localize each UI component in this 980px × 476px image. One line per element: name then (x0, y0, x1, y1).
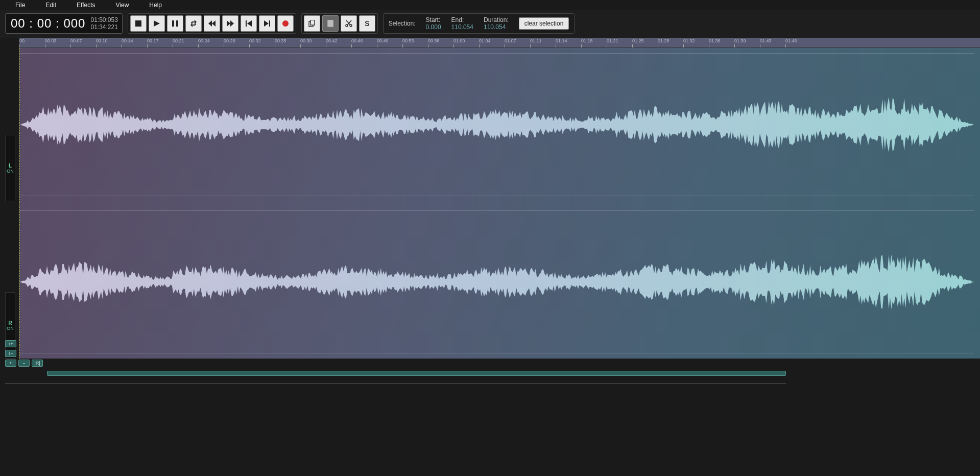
menu-view[interactable]: View (116, 2, 129, 9)
svg-rect-13 (310, 20, 315, 25)
total-time: 01:50:053 (90, 16, 117, 23)
cut-button[interactable] (341, 15, 357, 32)
svg-rect-15 (329, 20, 331, 21)
ruler-tick: 00:35 (275, 38, 286, 47)
waveform-track-right[interactable] (20, 210, 974, 353)
waveform-area[interactable] (19, 48, 980, 359)
channel-r: R (8, 320, 12, 326)
selection-group: Selection: Start: 0.000 End: 110.054 Dur… (383, 13, 575, 34)
time-display: 00 : 00 : 000 01:50:053 01:34:221 (5, 13, 123, 34)
ruler-tick: 01:07 (505, 38, 516, 47)
ruler-tick: 00:10 (96, 38, 108, 47)
ruler-tick: 01:14 (556, 38, 567, 47)
selection-duration-value: 110.054 (484, 23, 509, 31)
selection-end-value: 110.054 (451, 23, 473, 31)
svg-rect-2 (172, 20, 174, 27)
edit-group: S (301, 13, 378, 34)
ruler-tick: 01:04 (479, 38, 491, 47)
ruler-tick: 00:42 (326, 38, 338, 47)
svg-marker-1 (154, 20, 160, 27)
pause-button[interactable] (167, 15, 183, 32)
zoom-out[interactable]: − (18, 360, 30, 367)
loop-button[interactable] (185, 15, 202, 32)
ruler-tick: 01:36 (709, 38, 721, 47)
toolbar: 00 : 00 : 000 01:50:053 01:34:221 S Sele… (0, 10, 980, 38)
svg-rect-11 (269, 20, 270, 27)
transport-group (128, 13, 296, 34)
forward-button[interactable] (222, 15, 238, 32)
stop-button[interactable] (130, 15, 147, 32)
ruler-tick: 00:53 (402, 38, 414, 47)
ruler-tick: 01:11 (530, 38, 542, 47)
menu-file[interactable]: File (15, 2, 25, 9)
ruler-tick: 00: (19, 38, 26, 47)
ruler-tick: 01:28 (658, 38, 670, 47)
skip-start-button[interactable] (241, 15, 257, 32)
divider (5, 383, 786, 384)
ruler-tick: 00:17 (147, 38, 159, 47)
svg-marker-5 (212, 20, 216, 27)
ruler-tick: 00:07 (70, 38, 82, 47)
selection-duration-label: Duration: (484, 16, 509, 23)
snap-button[interactable]: S (359, 15, 375, 32)
ruler-tick: 01:00 (453, 38, 465, 47)
selection-start-value: 0.000 (426, 23, 441, 31)
zoom-vertical-in[interactable]: ↕+ (5, 340, 16, 347)
channel-r-on: ON (7, 326, 14, 331)
playhead-time: 00 : 00 : 000 (11, 16, 85, 31)
menu-edit[interactable]: Edit (45, 2, 56, 9)
clear-selection-button[interactable]: clear selection (519, 17, 569, 30)
svg-rect-3 (176, 20, 178, 27)
ruler-tick: 00:21 (173, 38, 184, 47)
zoom-controls: ↕+ ↕− + − |R| (5, 340, 43, 367)
selection-end-label: End: (451, 16, 473, 23)
svg-marker-7 (230, 20, 234, 27)
selection-label: Selection: (389, 20, 416, 27)
horizontal-scrollbar[interactable] (47, 371, 786, 376)
record-button[interactable] (277, 15, 294, 32)
channel-l-on: ON (7, 169, 14, 174)
ruler-tick: 01:39 (734, 38, 746, 47)
svg-marker-9 (247, 20, 252, 27)
record-icon (282, 20, 289, 27)
timeline-ruler[interactable]: 00:00:0300:0700:1000:1400:1700:2100:2400… (19, 38, 980, 48)
selection-start-label: Start: (426, 16, 441, 23)
ruler-tick: 01:43 (760, 38, 772, 47)
rewind-button[interactable] (204, 15, 220, 32)
menu-effects[interactable]: Effects (77, 2, 95, 9)
zoom-fit[interactable]: |R| (32, 360, 43, 367)
ruler-tick: 00:39 (300, 38, 312, 47)
ruler-tick: 00:28 (224, 38, 235, 47)
waveform-left (20, 54, 974, 196)
menubar: File Edit Effects View Help (0, 0, 980, 10)
svg-rect-0 (135, 20, 141, 27)
ruler-tick: 00:46 (351, 38, 363, 47)
skip-end-button[interactable] (259, 15, 275, 32)
channel-l: L (9, 163, 12, 169)
ruler-tick: 01:32 (683, 38, 695, 47)
ruler-tick: 00:32 (249, 38, 261, 47)
waveform-track-left[interactable] (20, 53, 974, 196)
ruler-tick: 01:18 (581, 38, 593, 47)
ruler-tick: 00:49 (377, 38, 389, 47)
zoom-vertical-out[interactable]: ↕− (5, 350, 16, 357)
remaining-time: 01:34:221 (90, 23, 117, 31)
ruler-tick: 01:25 (632, 38, 644, 47)
ruler-tick: 00:03 (45, 38, 57, 47)
ruler-tick: 01:21 (607, 38, 618, 47)
zoom-in[interactable]: + (5, 360, 16, 367)
svg-rect-8 (246, 20, 247, 27)
ruler-tick: 00:24 (198, 38, 210, 47)
ruler-tick: 01:46 (785, 38, 797, 47)
copy-button[interactable] (304, 15, 320, 32)
ruler-tick: 00:14 (122, 38, 133, 47)
svg-marker-4 (208, 20, 212, 27)
play-button[interactable] (149, 15, 165, 32)
ruler-tick: 00:56 (428, 38, 440, 47)
waveform-right (20, 211, 974, 353)
channel-label-left[interactable]: L ON (5, 135, 15, 201)
svg-marker-10 (264, 20, 269, 27)
paste-button[interactable] (322, 15, 339, 32)
menu-help[interactable]: Help (149, 2, 162, 9)
svg-marker-6 (227, 20, 230, 27)
